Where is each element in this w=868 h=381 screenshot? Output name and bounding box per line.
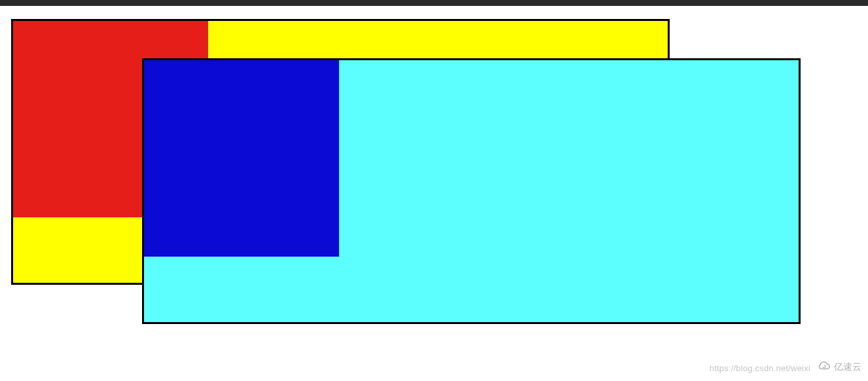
browser-top-bar: [0, 0, 868, 6]
inner-box-blue: [144, 60, 339, 257]
logo-mark: 亿速云: [817, 359, 861, 375]
logo-text: 亿速云: [834, 361, 861, 373]
watermark-text: https://blog.csdn.net/weixi: [710, 363, 810, 373]
cloud-icon: [817, 359, 831, 375]
